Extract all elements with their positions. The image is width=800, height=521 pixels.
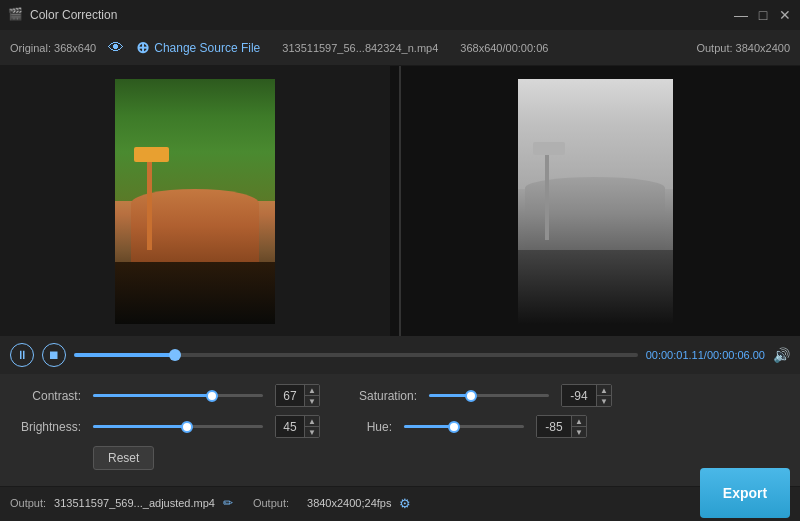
output-quality-value: 3840x2400;24fps — [307, 497, 391, 509]
hue-down[interactable]: ▼ — [572, 427, 586, 437]
contrast-label: Contrast: — [16, 389, 81, 403]
brightness-label: Brightness: — [16, 420, 81, 434]
contrast-fill — [93, 394, 212, 397]
preview-divider — [399, 66, 401, 336]
maximize-button[interactable]: □ — [756, 8, 770, 22]
progress-fill — [74, 353, 175, 357]
reset-button[interactable]: Reset — [93, 446, 154, 470]
hue-up[interactable]: ▲ — [572, 416, 586, 426]
contrast-input[interactable] — [276, 385, 304, 406]
hue-fill — [404, 425, 454, 428]
hue-thumb[interactable] — [448, 421, 460, 433]
saturation-value-box: ▲ ▼ — [561, 384, 612, 407]
brightness-slider[interactable] — [93, 425, 263, 428]
current-time: 00:00:01.11 — [646, 349, 704, 361]
brightness-spinners: ▲ ▼ — [304, 416, 319, 437]
file-name-label: 313511597_56...842324_n.mp4 — [282, 42, 438, 54]
output-row: Output: 313511597_569..._adjusted.mp4 ✏ … — [10, 488, 790, 518]
saturation-slider[interactable] — [429, 394, 549, 397]
playback-bar: ⏸ ⏹ 00:00:01.11/00:00:06.00 🔊 — [0, 336, 800, 374]
preview-area — [0, 66, 800, 336]
progress-thumb[interactable] — [169, 349, 181, 361]
total-time: 00:00:06.00 — [707, 349, 765, 361]
top-bar: Original: 368x640 👁 ⊕ Change Source File… — [0, 30, 800, 66]
hue-label: Hue: — [352, 420, 392, 434]
bottom-bar: Output: 313511597_569..._adjusted.mp4 ✏ … — [0, 486, 800, 521]
saturation-thumb[interactable] — [465, 390, 477, 402]
minimize-button[interactable]: — — [734, 8, 748, 22]
saturation-label: Saturation: — [352, 389, 417, 403]
change-source-button[interactable]: ⊕ Change Source File — [136, 38, 260, 57]
original-video-frame — [115, 79, 275, 324]
contrast-slider[interactable] — [93, 394, 263, 397]
volume-icon[interactable]: 🔊 — [773, 347, 790, 363]
brightness-hue-row: Brightness: ▲ ▼ Hue: ▲ ▼ — [16, 415, 784, 438]
output-filename: 313511597_569..._adjusted.mp4 — [54, 497, 215, 509]
corrected-video-frame — [518, 79, 673, 324]
hue-spinners: ▲ ▼ — [571, 416, 586, 437]
hue-input[interactable] — [537, 416, 571, 437]
quality-settings-icon[interactable]: ⚙ — [399, 496, 411, 511]
edit-filename-icon[interactable]: ✏ — [223, 496, 233, 510]
brightness-value-box: ▲ ▼ — [275, 415, 320, 438]
output-quality-label: Output: — [253, 497, 289, 509]
hue-value-box: ▲ ▼ — [536, 415, 587, 438]
brightness-thumb[interactable] — [181, 421, 193, 433]
reset-row: Reset — [16, 446, 784, 470]
saturation-down[interactable]: ▼ — [597, 396, 611, 406]
contrast-down[interactable]: ▼ — [305, 396, 319, 406]
contrast-saturation-row: Contrast: ▲ ▼ Saturation: ▲ ▼ — [16, 384, 784, 407]
contrast-thumb[interactable] — [206, 390, 218, 402]
brightness-down[interactable]: ▼ — [305, 427, 319, 437]
contrast-up[interactable]: ▲ — [305, 385, 319, 395]
app-title: Color Correction — [30, 8, 117, 22]
progress-track[interactable] — [74, 353, 638, 357]
contrast-spinners: ▲ ▼ — [304, 385, 319, 406]
app-icon: 🎬 — [8, 7, 24, 23]
hue-slider[interactable] — [404, 425, 524, 428]
original-resolution-label: Original: 368x640 — [10, 42, 96, 54]
contrast-value-box: ▲ ▼ — [275, 384, 320, 407]
title-bar: 🎬 Color Correction — □ ✕ — [0, 0, 800, 30]
title-left: 🎬 Color Correction — [8, 7, 117, 23]
output-label: Output: — [10, 497, 46, 509]
saturation-spinners: ▲ ▼ — [596, 385, 611, 406]
original-preview — [0, 66, 390, 336]
saturation-up[interactable]: ▲ — [597, 385, 611, 395]
saturation-input[interactable] — [562, 385, 596, 406]
export-button[interactable]: Export — [700, 468, 790, 518]
brightness-fill — [93, 425, 187, 428]
add-icon: ⊕ — [136, 38, 149, 57]
window-controls: — □ ✕ — [734, 8, 792, 22]
corrected-preview — [390, 66, 800, 336]
close-button[interactable]: ✕ — [778, 8, 792, 22]
output-resolution-label: Output: 3840x2400 — [696, 42, 790, 54]
stop-button[interactable]: ⏹ — [42, 343, 66, 367]
brightness-up[interactable]: ▲ — [305, 416, 319, 426]
time-display: 00:00:01.11/00:00:06.00 — [646, 349, 765, 361]
change-source-label: Change Source File — [154, 41, 260, 55]
brightness-input[interactable] — [276, 416, 304, 437]
eye-icon[interactable]: 👁 — [108, 39, 124, 57]
pause-button[interactable]: ⏸ — [10, 343, 34, 367]
file-info-label: 368x640/00:00:06 — [460, 42, 548, 54]
controls-area: Contrast: ▲ ▼ Saturation: ▲ ▼ — [0, 374, 800, 486]
